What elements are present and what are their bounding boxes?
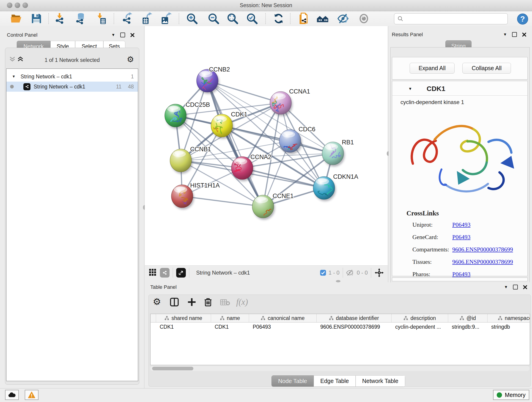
table-panel: Table Panel ▼ ⚙ f(x) shared name name ca… (145, 282, 532, 388)
crosslink-label: GeneCard: (412, 234, 438, 241)
zoom-out-icon[interactable] (207, 12, 220, 25)
crosslink-compartments-link[interactable]: 9606.ENSP00000378699 (452, 246, 513, 253)
tab-node-table[interactable]: Node Table (272, 375, 314, 387)
column-type-icon (220, 316, 225, 320)
network-graph[interactable]: CCNB2CCNA1CDC25BCDK1CDC6RB1CCNB1CCNA2CDK… (145, 26, 388, 265)
crosslink-tissues-link[interactable]: 9606.ENSP00000378699 (452, 259, 513, 265)
network-selection-status: 1 of 1 Network selected (5, 57, 139, 63)
network-collection-row[interactable]: ▼ String Network – cdk1 1 (6, 71, 138, 82)
warnings-button[interactable] (25, 390, 38, 400)
network-canvas[interactable]: CCNB2CCNA1CDC25BCDK1CDC6RB1CCNB1CCNA2CDK… (145, 26, 388, 265)
table-horizontal-scrollbar[interactable] (150, 366, 530, 371)
zoom-in-icon[interactable] (185, 12, 199, 25)
crosslink-label: Tissues: (412, 259, 432, 265)
string-view-icon[interactable] (160, 268, 170, 278)
tab-network-table[interactable]: Network Table (355, 375, 405, 387)
refresh-icon[interactable] (272, 12, 285, 25)
close-table-panel-icon[interactable] (523, 285, 527, 289)
collection-count: 1 (131, 74, 134, 80)
close-panel-icon[interactable] (130, 33, 135, 37)
column-header: description (392, 314, 448, 322)
first-neighbors-icon[interactable] (316, 12, 329, 25)
hide-selected-icon[interactable] (336, 12, 350, 25)
string-results-content: Expand All Collapse All ▼ CDK1 cyclin-de… (390, 47, 530, 306)
show-columns-icon[interactable] (170, 298, 179, 307)
protein-section: ▼ CDK1 cyclin-dependent kinase 1 (392, 81, 528, 276)
column-header: canonical name (249, 314, 317, 322)
memory-status-icon (497, 392, 502, 398)
import-string-network-icon[interactable] (297, 12, 310, 25)
node-label: CCNB1 (190, 146, 211, 153)
float-table-panel-icon[interactable] (513, 285, 518, 289)
column-type-icon (498, 316, 502, 320)
open-in-window-icon[interactable] (176, 268, 186, 278)
scrollbar-thumb[interactable] (152, 367, 193, 370)
memory-label: Memory (505, 392, 525, 398)
grid-view-icon[interactable] (148, 268, 157, 277)
birds-eye-view-icon[interactable] (374, 268, 384, 278)
disclosure-triangle-icon[interactable]: ▼ (12, 75, 16, 79)
network-row[interactable]: String Network – cdk1 11 48 (6, 82, 138, 92)
zoom-selected-icon[interactable] (245, 12, 259, 25)
crosslink-genecard-link[interactable]: P06493 (452, 234, 470, 241)
collapse-results-icon[interactable]: ▼ (503, 32, 507, 37)
warning-icon (28, 391, 35, 398)
import-network-database-icon[interactable] (74, 12, 88, 25)
network-options-gear-icon[interactable]: ⚙ (127, 55, 134, 63)
cloud-icon (8, 392, 16, 398)
collapse-all-button[interactable]: Collapse All (462, 63, 511, 74)
table-panel-splitter-handle[interactable] (336, 280, 341, 282)
node-label: CDK1 (231, 111, 247, 118)
protein-disclosure-icon[interactable]: ▼ (408, 87, 412, 91)
node-label: CDC25B (186, 101, 210, 108)
search-input[interactable] (405, 16, 507, 22)
column-type-icon (460, 316, 464, 320)
export-network-icon[interactable] (121, 12, 134, 25)
node-label: CCNB2 (209, 66, 230, 73)
crosslink-pharos-link[interactable]: P06493 (452, 271, 470, 278)
collapse-table-panel-icon[interactable]: ▼ (504, 285, 508, 289)
node-table-content: ⚙ f(x) shared name name canonical name d… (148, 294, 531, 387)
network-view-toolbar: String Network – cdk1 1 - 0 0 - 0 (145, 265, 388, 280)
main-toolbar: ? (0, 11, 532, 26)
table-options-gear-icon[interactable]: ⚙ (153, 297, 161, 306)
column-type-icon (329, 316, 334, 320)
export-image-icon[interactable] (159, 12, 173, 25)
save-session-icon[interactable] (30, 12, 43, 25)
expand-all-button[interactable]: Expand All (410, 63, 455, 74)
crosslink-uniprot-link[interactable]: P06493 (452, 221, 470, 228)
zoom-fit-icon[interactable] (226, 12, 239, 25)
column-header: @id (448, 314, 488, 322)
import-table-icon[interactable] (94, 12, 108, 25)
export-table-icon[interactable] (140, 12, 154, 25)
next-protein-section (392, 278, 528, 281)
open-session-icon[interactable] (9, 12, 23, 25)
delete-table-icon (220, 299, 230, 306)
string-network-icon (23, 83, 31, 90)
results-panel-title: Results Panel (392, 32, 423, 38)
node-table[interactable]: shared name name canonical name database… (150, 314, 530, 365)
collapse-panel-icon[interactable]: ▼ (111, 33, 115, 37)
column-header: database identifier (317, 314, 392, 322)
selected-checkbox-icon[interactable] (320, 269, 326, 276)
float-results-icon[interactable] (512, 32, 517, 37)
memory-button[interactable]: Memory (493, 390, 529, 400)
close-results-icon[interactable] (522, 32, 526, 37)
network-view-title: String Network – cdk1 (196, 269, 250, 276)
show-all-icon[interactable] (357, 12, 370, 25)
import-network-file-icon[interactable] (54, 12, 67, 25)
tab-edge-table[interactable]: Edge Table (314, 375, 355, 387)
column-header: shared name (156, 314, 211, 322)
add-column-icon[interactable] (187, 298, 196, 307)
control-panel-title: Control Panel (7, 32, 37, 38)
svg-text:?: ? (520, 15, 525, 23)
delete-column-icon[interactable] (204, 298, 212, 307)
function-builder-icon: f(x) (236, 297, 248, 307)
table-row[interactable]: CDK1 CDK1 P06493 9606.ENSP00000378699 cy… (151, 322, 530, 331)
cloud-status-button[interactable] (5, 390, 19, 400)
help-icon[interactable]: ? (516, 12, 529, 26)
column-type-icon (261, 316, 265, 320)
float-panel-icon[interactable] (120, 32, 125, 37)
results-panel: Results Panel ▼ String Expand All Collap… (389, 26, 532, 282)
network-label: String Network – cdk1 (34, 84, 85, 90)
